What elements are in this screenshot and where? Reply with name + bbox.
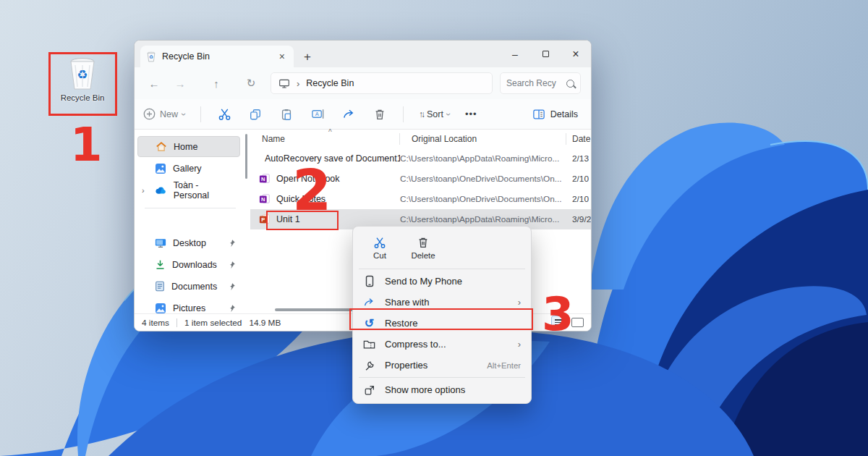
status-divider — [176, 318, 177, 327]
sort-button[interactable]: ↑↓ Sort › — [419, 109, 450, 119]
close-button[interactable]: × — [561, 41, 591, 67]
menu-item-compress-to[interactable]: Compress to... › — [356, 334, 528, 355]
minimize-button[interactable]: – — [500, 41, 530, 67]
new-button[interactable]: New › — [143, 108, 185, 120]
menu-item-restore[interactable]: ↺ Restore — [356, 313, 528, 334]
sidebar-item-home[interactable]: Home — [137, 136, 240, 157]
file-location: C:\Users\toanp\OneDrive\Documents\On... — [400, 174, 566, 184]
paste-button[interactable] — [278, 106, 294, 122]
search-icon — [566, 80, 574, 88]
column-header-original-location[interactable]: Original Location — [400, 130, 566, 148]
back-button[interactable]: ← — [145, 77, 163, 90]
copy-button[interactable] — [247, 106, 263, 122]
details-button-label: Details — [550, 109, 578, 119]
scrollbar-thumb[interactable] — [245, 134, 247, 179]
pin-icon — [227, 261, 236, 269]
cut-icon — [218, 107, 231, 121]
details-button[interactable]: Details — [532, 109, 578, 120]
file-date: 2/10 — [566, 174, 591, 184]
tab-close-icon[interactable]: × — [276, 51, 288, 62]
share-icon — [363, 296, 375, 308]
cut-button[interactable] — [216, 106, 232, 122]
menu-divider — [359, 269, 525, 269]
onedrive-cloud-icon — [155, 185, 167, 195]
paste-icon — [280, 108, 293, 121]
new-button-label: New — [160, 109, 178, 119]
share-button[interactable] — [341, 106, 357, 122]
file-name: Unit 1 — [276, 214, 300, 224]
svg-text:A: A — [315, 111, 319, 117]
list-header: ^ Name Original Location Date — [250, 130, 591, 148]
expand-chevron-icon[interactable]: › — [142, 186, 145, 195]
pin-icon — [227, 282, 236, 291]
menu-item-label: Restore — [385, 318, 521, 329]
submenu-chevron-icon: › — [518, 339, 521, 350]
quick-action-label: Cut — [373, 251, 386, 260]
sidebar-item-label: Home — [174, 142, 197, 152]
sidebar-scrollbar[interactable] — [243, 130, 250, 313]
tab-recycle-bin-icon: ♻ — [146, 51, 156, 62]
menu-item-send-to-my-phone[interactable]: Send to My Phone — [356, 271, 528, 292]
menu-item-label: Properties — [385, 360, 477, 371]
pin-icon — [227, 304, 236, 313]
column-label: Date — [572, 134, 590, 144]
desktop-folder-icon — [155, 238, 166, 248]
menu-item-properties[interactable]: Properties Alt+Enter — [356, 355, 528, 376]
tab-recycle-bin[interactable]: ♻ Recycle Bin × — [140, 46, 294, 67]
onenote-file-icon: N — [259, 173, 271, 185]
this-pc-icon — [278, 78, 290, 89]
cut-menu-button[interactable]: Cut — [360, 231, 399, 264]
window-controls: – × — [500, 41, 591, 67]
menu-item-share-with[interactable]: Share with › — [356, 292, 528, 313]
menu-item-label: Send to My Phone — [385, 276, 521, 287]
preview-pane-button[interactable] — [571, 318, 584, 327]
sidebar-item-gallery[interactable]: Gallery — [137, 158, 240, 179]
menu-item-label: Share with — [385, 297, 509, 308]
refresh-button[interactable]: ↻ — [242, 77, 260, 90]
file-row-open-notebook[interactable]: N Open Notebook C:\Users\toanp\OneDrive\… — [250, 169, 591, 189]
details-view-button[interactable] — [551, 316, 567, 329]
sidebar-divider — [145, 208, 236, 208]
item-count: 4 items — [142, 318, 169, 328]
breadcrumb-location[interactable]: Recycle Bin — [306, 78, 354, 88]
documents-icon — [155, 281, 165, 292]
address-bar: ← → ↑ ↻ › Recycle Bin Search Recy — [135, 67, 591, 99]
selection-status: 1 item selected — [184, 318, 242, 328]
column-label: Name — [262, 134, 285, 144]
see-more-button[interactable]: ••• — [465, 109, 477, 119]
submenu-chevron-icon: › — [518, 297, 521, 308]
tab-bar: ♻ Recycle Bin × + – × — [135, 41, 591, 67]
up-button[interactable]: ↑ — [207, 77, 226, 90]
sidebar-item-label: Downloads — [172, 260, 217, 270]
sidebar-item-documents[interactable]: Documents — [137, 276, 240, 297]
breadcrumb[interactable]: › Recycle Bin — [271, 72, 493, 94]
phone-icon — [365, 275, 374, 287]
rename-button[interactable]: A — [310, 106, 326, 122]
sidebar-item-desktop[interactable]: Desktop — [137, 232, 240, 253]
sidebar-item-onedrive[interactable]: › Toàn - Personal — [137, 180, 240, 200]
file-row-autorecovery[interactable]: W AutoRecovery save of Document1 C:\User… — [250, 148, 591, 169]
delete-menu-button[interactable]: Delete — [404, 231, 443, 264]
sidebar-item-label: Pictures — [173, 303, 205, 313]
details-pane-icon — [532, 109, 545, 120]
search-input[interactable]: Search Recy — [500, 72, 581, 94]
column-header-name[interactable]: Name — [250, 130, 400, 148]
forward-button[interactable]: → — [171, 77, 190, 90]
sidebar-item-downloads[interactable]: Downloads — [137, 254, 240, 275]
sort-button-label: Sort — [427, 109, 443, 119]
menu-item-show-more-options[interactable]: Show more options — [356, 379, 528, 400]
downloads-icon — [155, 259, 166, 270]
maximize-button[interactable] — [530, 41, 561, 67]
delete-button[interactable] — [372, 106, 388, 122]
column-header-date[interactable]: Date — [566, 130, 591, 148]
cut-icon — [373, 236, 386, 249]
new-tab-button[interactable]: + — [304, 50, 311, 64]
toolbar-divider — [403, 106, 404, 122]
recycle-symbol: ♻ — [77, 67, 88, 82]
recycle-bin-desktop-icon[interactable]: ♻ Recycle Bin — [59, 56, 106, 102]
file-row-quick-notes[interactable]: N Quick Notes C:\Users\toanp\OneDrive\Do… — [250, 189, 591, 209]
file-location: C:\Users\toanp\AppData\Roaming\Micro... — [400, 214, 566, 224]
sidebar-item-pictures[interactable]: Pictures — [137, 297, 240, 318]
quick-actions-row: Cut Delete — [356, 229, 528, 267]
file-location: C:\Users\toanp\OneDrive\Documents\On... — [400, 194, 566, 204]
